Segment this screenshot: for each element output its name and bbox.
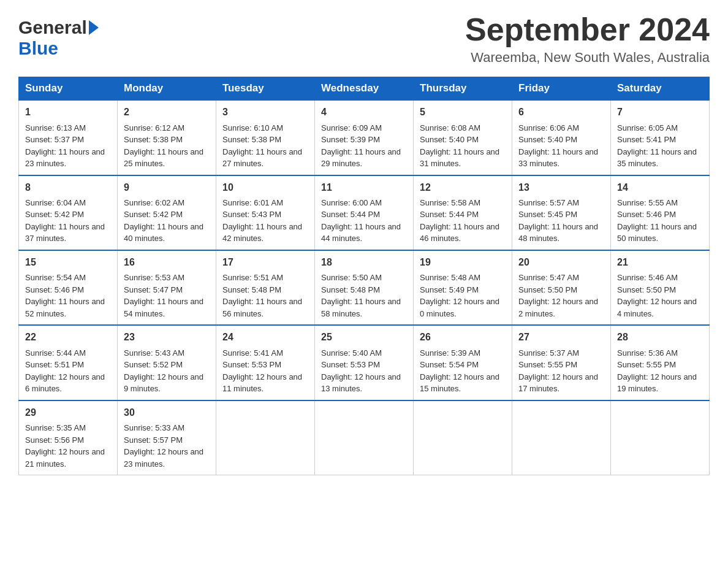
calendar-cell: 17Sunrise: 5:51 AMSunset: 5:48 PMDayligh… <box>216 250 315 325</box>
day-number: 29 <box>25 406 111 419</box>
week-row-2: 8Sunrise: 6:04 AMSunset: 5:42 PMDaylight… <box>19 175 710 250</box>
day-info: Sunrise: 6:06 AMSunset: 5:40 PMDaylight:… <box>518 122 604 170</box>
day-info: Sunrise: 6:05 AMSunset: 5:41 PMDaylight:… <box>617 122 703 170</box>
day-number: 17 <box>222 256 308 269</box>
calendar-cell <box>315 400 414 475</box>
week-row-5: 29Sunrise: 5:35 AMSunset: 5:56 PMDayligh… <box>19 400 710 475</box>
col-header-sunday: Sunday <box>19 77 118 101</box>
day-number: 28 <box>617 331 703 344</box>
calendar-cell <box>216 400 315 475</box>
week-row-3: 15Sunrise: 5:54 AMSunset: 5:46 PMDayligh… <box>19 250 710 325</box>
day-number: 20 <box>518 256 604 269</box>
day-info: Sunrise: 5:40 AMSunset: 5:53 PMDaylight:… <box>321 347 407 395</box>
calendar-cell: 7Sunrise: 6:05 AMSunset: 5:41 PMDaylight… <box>611 100 710 175</box>
col-header-monday: Monday <box>118 77 216 101</box>
logo-blue-text: Blue <box>18 38 58 59</box>
day-number: 27 <box>518 331 604 344</box>
calendar-cell: 24Sunrise: 5:41 AMSunset: 5:53 PMDayligh… <box>216 325 315 400</box>
week-row-4: 22Sunrise: 5:44 AMSunset: 5:51 PMDayligh… <box>19 325 710 400</box>
day-number: 22 <box>25 331 111 344</box>
day-number: 5 <box>420 105 506 119</box>
calendar-cell: 20Sunrise: 5:47 AMSunset: 5:50 PMDayligh… <box>512 250 611 325</box>
calendar-cell: 11Sunrise: 6:00 AMSunset: 5:44 PMDayligh… <box>315 175 414 250</box>
calendar-cell <box>611 400 710 475</box>
calendar-cell <box>414 400 512 475</box>
calendar-cell: 27Sunrise: 5:37 AMSunset: 5:55 PMDayligh… <box>512 325 611 400</box>
day-number: 30 <box>124 406 210 419</box>
title-section: September 2024 Wareemba, New South Wales… <box>465 12 710 66</box>
day-number: 8 <box>25 181 111 194</box>
col-header-wednesday: Wednesday <box>315 77 414 101</box>
day-number: 19 <box>420 256 506 269</box>
day-info: Sunrise: 6:01 AMSunset: 5:43 PMDaylight:… <box>222 197 308 245</box>
calendar-cell: 9Sunrise: 6:02 AMSunset: 5:42 PMDaylight… <box>118 175 216 250</box>
day-number: 13 <box>518 181 604 194</box>
day-number: 14 <box>617 181 703 194</box>
day-number: 18 <box>321 256 407 269</box>
day-info: Sunrise: 6:00 AMSunset: 5:44 PMDaylight:… <box>321 197 407 245</box>
calendar-header-row: SundayMondayTuesdayWednesdayThursdayFrid… <box>19 77 710 101</box>
calendar-cell: 12Sunrise: 5:58 AMSunset: 5:44 PMDayligh… <box>414 175 512 250</box>
day-info: Sunrise: 6:08 AMSunset: 5:40 PMDaylight:… <box>420 122 506 170</box>
calendar-cell: 10Sunrise: 6:01 AMSunset: 5:43 PMDayligh… <box>216 175 315 250</box>
day-info: Sunrise: 5:39 AMSunset: 5:54 PMDaylight:… <box>420 347 506 395</box>
day-number: 6 <box>518 105 604 119</box>
col-header-tuesday: Tuesday <box>216 77 315 101</box>
day-number: 23 <box>124 331 210 344</box>
calendar-cell: 19Sunrise: 5:48 AMSunset: 5:49 PMDayligh… <box>414 250 512 325</box>
day-number: 26 <box>420 331 506 344</box>
day-number: 2 <box>124 105 210 119</box>
col-header-friday: Friday <box>512 77 611 101</box>
day-number: 16 <box>124 256 210 269</box>
calendar-cell: 6Sunrise: 6:06 AMSunset: 5:40 PMDaylight… <box>512 100 611 175</box>
month-title: September 2024 <box>465 12 710 47</box>
day-number: 12 <box>420 181 506 194</box>
day-info: Sunrise: 6:04 AMSunset: 5:42 PMDaylight:… <box>25 197 111 245</box>
day-info: Sunrise: 5:48 AMSunset: 5:49 PMDaylight:… <box>420 272 506 320</box>
day-number: 9 <box>124 181 210 194</box>
day-info: Sunrise: 5:53 AMSunset: 5:47 PMDaylight:… <box>124 272 210 320</box>
calendar-cell: 8Sunrise: 6:04 AMSunset: 5:42 PMDaylight… <box>19 175 118 250</box>
day-number: 15 <box>25 256 111 269</box>
day-info: Sunrise: 5:36 AMSunset: 5:55 PMDaylight:… <box>617 347 703 395</box>
page-header: General Blue September 2024 Wareemba, Ne… <box>18 12 710 66</box>
day-info: Sunrise: 6:10 AMSunset: 5:38 PMDaylight:… <box>222 122 308 170</box>
day-number: 3 <box>222 105 308 119</box>
day-number: 7 <box>617 105 703 119</box>
calendar-cell: 1Sunrise: 6:13 AMSunset: 5:37 PMDaylight… <box>19 100 118 175</box>
day-info: Sunrise: 6:13 AMSunset: 5:37 PMDaylight:… <box>25 122 111 170</box>
day-info: Sunrise: 6:09 AMSunset: 5:39 PMDaylight:… <box>321 122 407 170</box>
day-info: Sunrise: 5:50 AMSunset: 5:48 PMDaylight:… <box>321 272 407 320</box>
calendar-cell: 25Sunrise: 5:40 AMSunset: 5:53 PMDayligh… <box>315 325 414 400</box>
day-info: Sunrise: 5:46 AMSunset: 5:50 PMDaylight:… <box>617 272 703 320</box>
day-number: 11 <box>321 181 407 194</box>
day-info: Sunrise: 5:41 AMSunset: 5:53 PMDaylight:… <box>222 347 308 395</box>
calendar-cell: 13Sunrise: 5:57 AMSunset: 5:45 PMDayligh… <box>512 175 611 250</box>
week-row-1: 1Sunrise: 6:13 AMSunset: 5:37 PMDaylight… <box>19 100 710 175</box>
day-info: Sunrise: 5:58 AMSunset: 5:44 PMDaylight:… <box>420 197 506 245</box>
calendar-cell: 14Sunrise: 5:55 AMSunset: 5:46 PMDayligh… <box>611 175 710 250</box>
day-info: Sunrise: 5:44 AMSunset: 5:51 PMDaylight:… <box>25 347 111 395</box>
day-number: 25 <box>321 331 407 344</box>
logo-arrow-icon <box>89 20 99 35</box>
calendar-cell: 28Sunrise: 5:36 AMSunset: 5:55 PMDayligh… <box>611 325 710 400</box>
col-header-saturday: Saturday <box>611 77 710 101</box>
location-text: Wareemba, New South Wales, Australia <box>465 50 710 66</box>
day-info: Sunrise: 5:35 AMSunset: 5:56 PMDaylight:… <box>25 422 111 470</box>
calendar-cell: 26Sunrise: 5:39 AMSunset: 5:54 PMDayligh… <box>414 325 512 400</box>
day-info: Sunrise: 5:55 AMSunset: 5:46 PMDaylight:… <box>617 197 703 245</box>
col-header-thursday: Thursday <box>414 77 512 101</box>
calendar-cell <box>512 400 611 475</box>
day-number: 10 <box>222 181 308 194</box>
calendar-table: SundayMondayTuesdayWednesdayThursdayFrid… <box>18 77 710 475</box>
day-info: Sunrise: 6:12 AMSunset: 5:38 PMDaylight:… <box>124 122 210 170</box>
logo-general-text: General <box>18 17 87 38</box>
calendar-cell: 22Sunrise: 5:44 AMSunset: 5:51 PMDayligh… <box>19 325 118 400</box>
calendar-cell: 23Sunrise: 5:43 AMSunset: 5:52 PMDayligh… <box>118 325 216 400</box>
day-info: Sunrise: 5:57 AMSunset: 5:45 PMDaylight:… <box>518 197 604 245</box>
day-info: Sunrise: 6:02 AMSunset: 5:42 PMDaylight:… <box>124 197 210 245</box>
day-info: Sunrise: 5:47 AMSunset: 5:50 PMDaylight:… <box>518 272 604 320</box>
day-info: Sunrise: 5:54 AMSunset: 5:46 PMDaylight:… <box>25 272 111 320</box>
calendar-cell: 5Sunrise: 6:08 AMSunset: 5:40 PMDaylight… <box>414 100 512 175</box>
day-info: Sunrise: 5:51 AMSunset: 5:48 PMDaylight:… <box>222 272 308 320</box>
